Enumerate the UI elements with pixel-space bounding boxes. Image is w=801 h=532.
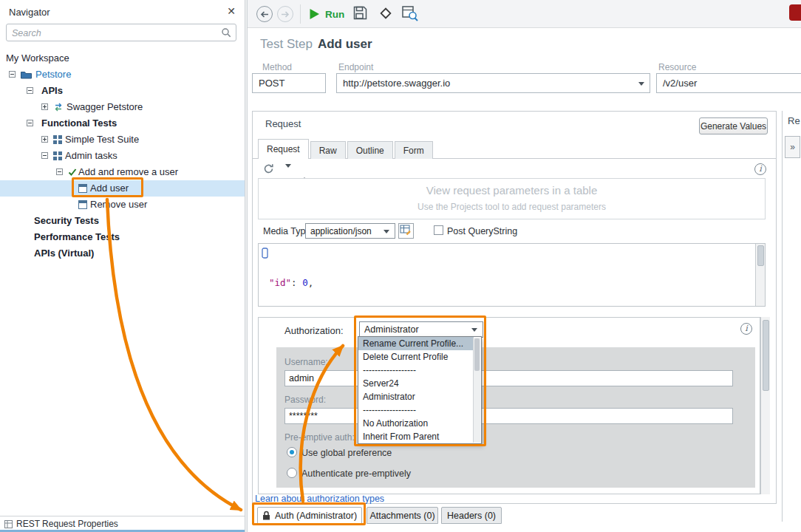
tree-item-label: APIs (Virtual) xyxy=(34,248,94,259)
refresh-icon xyxy=(263,163,274,174)
tree-item-functional-tests[interactable]: Functional Tests xyxy=(0,115,245,132)
dropdown-separator: ------------------ xyxy=(358,364,474,377)
tree-item-petstore[interactable]: Petstore xyxy=(0,66,245,83)
resource-label: Resource xyxy=(658,62,696,72)
expand-expander-icon[interactable] xyxy=(41,136,48,143)
search-input[interactable] xyxy=(12,26,213,40)
tab-outline[interactable]: Outline xyxy=(347,141,393,159)
collapse-expander-icon[interactable] xyxy=(27,87,33,94)
headers-inspector-tab[interactable]: Headers (0) xyxy=(441,507,502,524)
resource-field[interactable]: /v2/user xyxy=(656,73,801,93)
password-field[interactable] xyxy=(284,408,733,424)
code-fold-icon xyxy=(262,248,269,262)
tree-item-remove-user[interactable]: Remove user xyxy=(0,197,245,213)
tree-item-label: Functional Tests xyxy=(41,117,117,129)
response-panel-label: Re xyxy=(788,115,800,126)
lock-icon xyxy=(262,511,270,520)
expand-all-button[interactable] xyxy=(285,168,291,179)
refresh-button[interactable] xyxy=(263,163,274,177)
chevron-down-icon xyxy=(384,230,389,233)
media-type-value: application/json xyxy=(310,226,372,236)
code-line: "id": 0, xyxy=(269,276,469,290)
authenticate-preemptively-radio[interactable] xyxy=(287,468,297,478)
navigator-title: Navigator xyxy=(9,7,50,18)
auth-inspector-tab[interactable]: Auth (Administrator) xyxy=(257,507,362,524)
dropdown-scrollbar-thumb[interactable] xyxy=(474,338,480,371)
back-button[interactable] xyxy=(256,6,273,22)
endpoint-combobox[interactable]: http://petstore.swagger.io xyxy=(336,73,650,93)
auth-profile-combobox[interactable]: Administrator xyxy=(359,321,483,338)
dropdown-scrollbar[interactable] xyxy=(473,338,480,443)
close-icon[interactable]: ✕ xyxy=(224,4,239,18)
method-label: Method xyxy=(262,62,292,72)
method-field[interactable]: POST xyxy=(252,73,326,93)
tree-item-label: Simple Test Suite xyxy=(65,134,139,145)
tree-item-apis-virtual[interactable]: APIs (Virtual) xyxy=(0,245,245,262)
search-icon xyxy=(221,27,232,41)
info-icon[interactable]: i xyxy=(754,163,766,175)
tree-item-label: Security Tests xyxy=(34,215,99,226)
collapse-expander-icon[interactable] xyxy=(41,152,48,159)
tab-form[interactable]: Form xyxy=(395,141,433,159)
tab-request[interactable]: Request xyxy=(258,139,309,159)
resource-value: /v2/user xyxy=(663,78,697,89)
username-field[interactable] xyxy=(284,370,733,386)
code-scrollbar-thumb[interactable] xyxy=(757,245,764,266)
tree-item-security-tests[interactable]: Security Tests xyxy=(0,213,245,229)
authenticate-preemptively-label: Authenticate pre-emptively xyxy=(301,468,411,479)
username-label: Username: xyxy=(284,357,328,367)
forward-button[interactable] xyxy=(277,6,293,22)
collapse-expander-icon[interactable] xyxy=(56,168,63,175)
diamond-button[interactable] xyxy=(378,6,393,23)
tree-item-performance-tests[interactable]: Performance Tests xyxy=(0,229,245,245)
page-title-name: Add user xyxy=(318,37,372,51)
properties-grid-icon xyxy=(4,519,13,531)
post-querystring-checkbox[interactable] xyxy=(434,225,443,235)
authorization-label: Authorization: xyxy=(284,325,344,336)
tree-item-simple-test-suite[interactable]: Simple Test Suite xyxy=(0,132,245,148)
expand-expander-icon[interactable] xyxy=(41,103,48,110)
dropdown-item-delete-profile[interactable]: Delete Current Profile xyxy=(358,350,474,364)
collapse-expander-icon[interactable] xyxy=(9,71,16,78)
dropdown-item-no-authorization[interactable]: No Authorization xyxy=(358,417,474,430)
inspect-button[interactable] xyxy=(402,6,419,24)
dropdown-separator: ------------------ xyxy=(358,403,474,417)
auth-profile-dropdown: Rename Current Profile... Delete Current… xyxy=(358,336,482,444)
use-global-preference-radio[interactable] xyxy=(287,447,297,457)
clipped-toolbar-icon[interactable] xyxy=(789,4,801,21)
search-box xyxy=(6,24,236,41)
tree-item-add-and-remove-a-user[interactable]: Add and remove a user xyxy=(0,164,245,180)
tab-raw[interactable]: Raw xyxy=(310,141,346,159)
auth-scrollbar[interactable] xyxy=(760,317,770,494)
edit-body-button[interactable] xyxy=(398,223,414,239)
tree-item-admin-tasks[interactable]: Admin tasks xyxy=(0,148,245,164)
media-type-combobox[interactable]: application/json xyxy=(305,223,395,239)
test-case-check-icon xyxy=(68,168,77,179)
request-body-editor[interactable]: "id": 0, "username": "${#TestCase#userna… xyxy=(258,243,766,307)
preemptive-auth-label: Pre-emptive auth: xyxy=(284,432,355,443)
save-button[interactable] xyxy=(353,6,367,22)
code-scrollbar[interactable] xyxy=(755,244,765,306)
dropdown-item-administrator[interactable]: Administrator xyxy=(358,390,474,403)
run-button[interactable]: Run xyxy=(309,6,344,22)
dropdown-item-rename-profile[interactable]: Rename Current Profile... xyxy=(358,337,474,350)
tree-item-apis[interactable]: APIs xyxy=(0,83,245,99)
collapse-all-button[interactable] xyxy=(301,166,307,177)
properties-bar[interactable]: REST Request Properties xyxy=(0,516,245,530)
learn-authorization-link[interactable]: Learn about authorization types xyxy=(255,494,384,504)
collapse-expander-icon[interactable] xyxy=(27,120,33,126)
panel-splitter[interactable] xyxy=(245,0,248,532)
tree-item-add-user[interactable]: Add user xyxy=(0,180,245,197)
info-icon[interactable]: i xyxy=(740,323,752,335)
back-arrow-icon xyxy=(260,10,269,18)
generate-values-button[interactable]: Generate Values xyxy=(699,117,768,134)
dropdown-item-server24[interactable]: Server24 xyxy=(358,377,474,390)
tree-item-my-workspace[interactable]: My Workspace xyxy=(0,50,245,66)
dropdown-item-inherit-from-parent[interactable]: Inherit From Parent xyxy=(358,430,474,443)
auth-scrollbar-thumb[interactable] xyxy=(763,320,769,391)
tree-item-swagger-petstore[interactable]: Swagger Petstore xyxy=(0,99,245,115)
attachments-inspector-tab[interactable]: Attachments (0) xyxy=(367,507,438,524)
collapse-panel-button[interactable]: » xyxy=(785,136,800,158)
forward-arrow-icon xyxy=(281,10,290,18)
tree-item-label: Swagger Petstore xyxy=(67,101,143,112)
